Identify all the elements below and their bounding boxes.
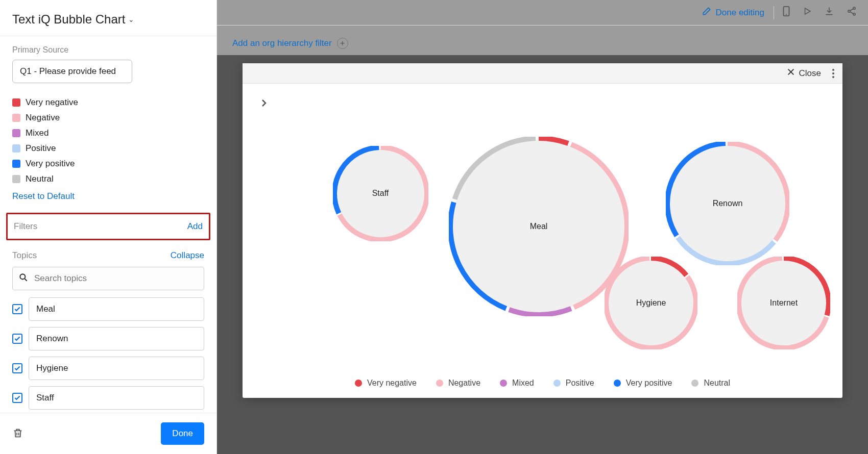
legend-dot-icon — [614, 380, 621, 387]
legend-label: Negative — [26, 113, 60, 123]
hierarchy-filter-label: Add an org hierarchy filter — [232, 38, 332, 48]
chart-legend-label: Neutral — [704, 379, 730, 388]
chart-legend-label: Positive — [566, 379, 594, 388]
topics-search-wrap — [12, 267, 204, 290]
color-swatch — [12, 160, 20, 168]
topbar-divider — [774, 6, 774, 19]
topic-label[interactable]: Meal — [29, 297, 204, 321]
legend-item: Negative — [12, 113, 204, 123]
chart-legend-label: Very positive — [626, 379, 672, 388]
chart-legend-item: Neutral — [691, 379, 730, 388]
sidebar-scroll[interactable]: Primary Source Q1 - Please provide feed … — [0, 36, 216, 413]
download-button[interactable] — [818, 3, 840, 22]
svg-line-1 — [25, 279, 27, 281]
legend-dot-icon — [691, 380, 698, 387]
bubble-hygiene[interactable]: Hygiene — [608, 260, 694, 346]
chart-panel-options-button[interactable] — [830, 67, 836, 80]
play-icon — [803, 7, 812, 18]
legend-dot-icon — [355, 380, 362, 387]
sidebar-header[interactable]: Text iQ Bubble Chart ⌄ — [0, 0, 216, 36]
chart-legend-item: Positive — [553, 379, 594, 388]
plus-circle-icon: + — [337, 38, 348, 49]
primary-source-select[interactable]: Q1 - Please provide feed — [12, 60, 132, 83]
topic-checkbox[interactable] — [12, 393, 22, 403]
legend-label: Positive — [26, 143, 56, 154]
legend-item: Mixed — [12, 128, 204, 138]
legend-item: Positive — [12, 143, 204, 154]
legend-label: Mixed — [26, 128, 49, 138]
bubble-meal[interactable]: Meal — [452, 140, 625, 313]
done-button[interactable]: Done — [161, 422, 204, 445]
sentiment-legend: Very negativeNegativeMixedPositiveVery p… — [12, 97, 204, 184]
legend-dot-icon — [553, 380, 561, 387]
topic-label[interactable]: Staff — [29, 386, 204, 410]
legend-item: Neutral — [12, 174, 204, 184]
chart-panel-close-button[interactable]: Close — [787, 68, 821, 79]
legend-label: Neutral — [26, 174, 54, 184]
chart-legend-item: Very negative — [355, 379, 417, 388]
filters-label: Filters — [14, 221, 37, 232]
svg-point-0 — [20, 274, 25, 279]
mobile-icon — [782, 6, 790, 19]
chart-legend-item: Mixed — [500, 379, 534, 388]
chart-legend-item: Very positive — [614, 379, 672, 388]
topic-row: Hygiene — [12, 357, 204, 380]
hierarchy-filter-bar[interactable]: Add an org hierarchy filter + — [217, 26, 868, 55]
chart-legend-label: Very negative — [367, 379, 417, 388]
search-icon — [18, 272, 29, 285]
close-icon — [787, 68, 795, 79]
legend-dot-icon — [436, 380, 443, 387]
legend-item: Very positive — [12, 159, 204, 169]
topic-label[interactable]: Hygiene — [29, 357, 204, 380]
color-swatch — [12, 175, 20, 183]
chart-legend: Very negativeNegativeMixedPositiveVery p… — [243, 379, 842, 388]
topic-row: Renown — [12, 327, 204, 350]
bubble-renown[interactable]: Renown — [669, 145, 786, 262]
bubble-chart-area: MealRenownStaffHygieneInternet — [243, 84, 842, 398]
topic-label[interactable]: Renown — [29, 327, 204, 350]
share-icon — [847, 6, 857, 19]
kebab-dot-icon — [832, 69, 834, 71]
sidebar-footer: Done — [0, 413, 216, 454]
topics-label: Topics — [12, 250, 37, 261]
chart-legend-label: Mixed — [512, 379, 534, 388]
topics-search-input[interactable] — [12, 267, 204, 290]
play-preview-button[interactable] — [797, 4, 818, 21]
page-title: Text iQ Bubble Chart — [12, 12, 125, 27]
filters-add-button[interactable]: Add — [187, 221, 203, 232]
color-swatch — [12, 144, 20, 153]
done-editing-button[interactable]: Done editing — [694, 3, 771, 22]
trash-icon — [12, 433, 23, 440]
sidebar: Text iQ Bubble Chart ⌄ Primary Source Q1… — [0, 0, 217, 454]
bubble-internet[interactable]: Internet — [740, 260, 827, 346]
edit-icon — [702, 6, 712, 19]
color-swatch — [12, 129, 20, 137]
download-icon — [824, 6, 834, 19]
color-swatch — [12, 98, 20, 107]
share-button[interactable] — [840, 3, 863, 22]
filters-section-highlighted: Filters Add — [6, 213, 210, 240]
chart-panel: Close MealRenownStaffHygieneInternet Ver… — [243, 63, 842, 398]
svg-line-8 — [850, 12, 854, 14]
topic-checkbox[interactable] — [12, 304, 22, 314]
chart-legend-label: Negative — [448, 379, 480, 388]
done-editing-label: Done editing — [716, 8, 764, 18]
delete-button[interactable] — [12, 427, 23, 440]
mobile-preview-button[interactable] — [776, 3, 797, 22]
svg-line-7 — [850, 9, 854, 11]
topbar: Done editing — [217, 0, 868, 26]
topic-row: Meal — [12, 297, 204, 321]
reset-to-default-link[interactable]: Reset to Default — [12, 191, 75, 201]
topic-checkbox[interactable] — [12, 334, 22, 344]
topic-row: Staff — [12, 386, 204, 410]
legend-dot-icon — [500, 380, 507, 387]
bubble-staff[interactable]: Staff — [336, 149, 425, 238]
chart-panel-header: Close — [243, 63, 842, 84]
primary-source-label: Primary Source — [12, 45, 204, 55]
legend-item: Very negative — [12, 97, 204, 108]
close-label: Close — [799, 68, 821, 79]
topic-checkbox[interactable] — [12, 363, 22, 373]
chart-body: MealRenownStaffHygieneInternet Very nega… — [243, 84, 842, 398]
topics-list: Meal Renown Hygiene Staff Internet — [12, 297, 204, 413]
topics-collapse-button[interactable]: Collapse — [171, 250, 204, 261]
